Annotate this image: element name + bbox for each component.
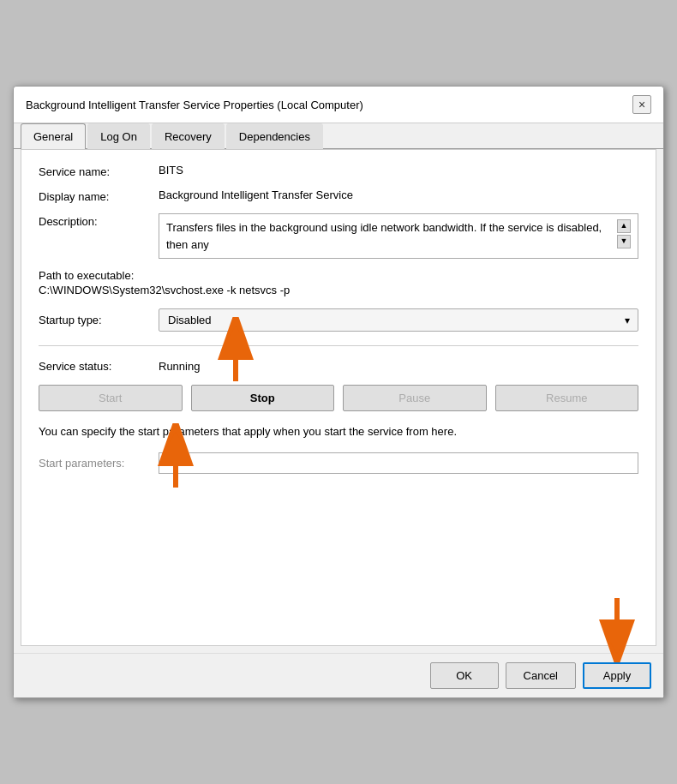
info-text: You can specify the start parameters tha… bbox=[39, 423, 638, 440]
start-params-row: Start parameters: bbox=[39, 452, 638, 474]
properties-dialog: Background Intelligent Transfer Service … bbox=[13, 86, 664, 698]
service-status-value: Running bbox=[159, 360, 200, 373]
startup-type-select[interactable]: Disabled Manual Automatic Automatic (Del… bbox=[159, 308, 638, 332]
ok-button[interactable]: OK bbox=[430, 662, 499, 689]
display-name-label: Display name: bbox=[39, 189, 159, 203]
window-title: Background Intelligent Transfer Service … bbox=[26, 99, 363, 111]
pause-button[interactable]: Pause bbox=[343, 385, 487, 411]
description-label: Description: bbox=[39, 213, 159, 228]
startup-annotation-container: Startup type: Disabled Manual Automatic … bbox=[39, 308, 638, 332]
tab-bar: General Log On Recovery Dependencies bbox=[14, 123, 663, 149]
startup-type-select-wrapper[interactable]: Disabled Manual Automatic Automatic (Del… bbox=[159, 308, 638, 332]
close-button[interactable]: × bbox=[632, 95, 651, 114]
start-params-input[interactable] bbox=[159, 452, 638, 474]
apply-button[interactable]: Apply bbox=[583, 662, 651, 689]
startup-type-label: Startup type: bbox=[39, 314, 159, 326]
scroll-down-arrow[interactable]: ▼ bbox=[617, 235, 631, 248]
scroll-up-arrow[interactable]: ▲ bbox=[617, 219, 631, 233]
startup-type-row: Startup type: Disabled Manual Automatic … bbox=[39, 308, 638, 332]
tab-recovery[interactable]: Recovery bbox=[152, 123, 225, 149]
service-name-row: Service name: BITS bbox=[39, 164, 638, 178]
start-button[interactable]: Start bbox=[39, 385, 183, 411]
path-value: C:\WINDOWS\System32\svchost.exe -k netsv… bbox=[39, 284, 638, 296]
stop-button[interactable]: Stop bbox=[191, 385, 335, 411]
path-label: Path to executable: bbox=[39, 269, 638, 282]
display-name-row: Display name: Background Intelligent Tra… bbox=[39, 189, 638, 203]
display-name-value: Background Intelligent Transfer Service bbox=[159, 189, 353, 201]
service-name-value: BITS bbox=[159, 164, 183, 177]
tab-content-general: Service name: BITS Display name: Backgro… bbox=[21, 149, 656, 646]
service-status-row: Service status: Running bbox=[39, 360, 638, 373]
description-scrollbar[interactable]: ▲ ▼ bbox=[617, 219, 631, 248]
tab-logon[interactable]: Log On bbox=[87, 123, 150, 149]
tab-dependencies[interactable]: Dependencies bbox=[226, 123, 323, 149]
divider bbox=[39, 345, 638, 346]
footer-buttons: OK Cancel Apply bbox=[14, 653, 663, 697]
start-params-label: Start parameters: bbox=[39, 457, 159, 470]
description-row: Description: Transfers files in the back… bbox=[39, 213, 638, 259]
path-section: Path to executable: C:\WINDOWS\System32\… bbox=[39, 269, 638, 296]
title-bar: Background Intelligent Transfer Service … bbox=[14, 87, 663, 123]
resume-button[interactable]: Resume bbox=[495, 385, 639, 411]
service-name-label: Service name: bbox=[39, 164, 159, 178]
description-text: Transfers files in the background using … bbox=[166, 219, 614, 253]
service-status-label: Service status: bbox=[39, 360, 159, 373]
description-box: Transfers files in the background using … bbox=[159, 213, 638, 259]
service-control-buttons: Start Stop Pause Resume bbox=[39, 385, 638, 411]
buttons-annotation-container: Start Stop Pause Resume bbox=[39, 385, 638, 411]
tab-general[interactable]: General bbox=[21, 123, 86, 149]
cancel-button[interactable]: Cancel bbox=[506, 662, 576, 689]
